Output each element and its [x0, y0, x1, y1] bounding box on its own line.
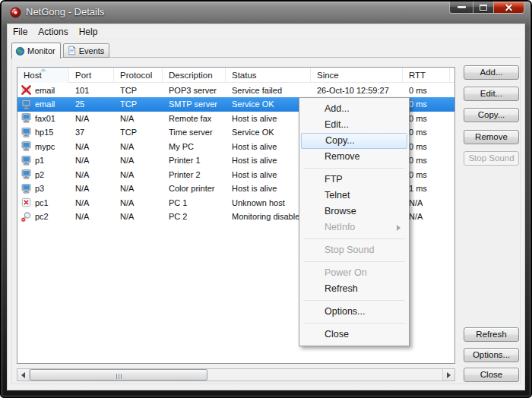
service-failed-icon [21, 84, 32, 96]
submenu-arrow-icon [397, 225, 401, 231]
column-header-host[interactable]: Host [17, 68, 69, 83]
context-item-edit[interactable]: Edit... [301, 117, 407, 133]
context-menu: Add...Edit...Copy...RemoveFTPTelnetBrows… [299, 97, 410, 346]
column-header-protocol[interactable]: Protocol [114, 68, 163, 83]
scroll-left-icon [21, 372, 25, 378]
host-computer-icon [21, 169, 32, 180]
menu-file[interactable]: File [8, 24, 33, 39]
context-item-ftp[interactable]: FTP [301, 172, 407, 188]
scrollbar-track[interactable] [30, 369, 442, 381]
caption-buttons [449, 2, 524, 14]
client-area: FileActionsHelp MonitorEvents HostPortPr… [8, 24, 524, 390]
context-item-add[interactable]: Add... [301, 101, 407, 117]
window-title: NetGong - Details [26, 2, 104, 22]
column-header-status[interactable]: Status [226, 68, 311, 83]
host-computer-icon [21, 141, 32, 152]
context-item-options[interactable]: Options... [301, 304, 407, 320]
tab-monitor[interactable]: Monitor [11, 43, 61, 58]
maximize-button[interactable] [473, 2, 493, 14]
scroll-right-icon [447, 372, 451, 378]
context-item-power-on: Power On [301, 265, 407, 281]
context-item-remove[interactable]: Remove [301, 149, 407, 165]
tab-events[interactable]: Events [63, 43, 110, 58]
remove-button[interactable]: Remove [464, 130, 519, 144]
maximize-icon [480, 5, 487, 11]
window-frame: NetGong - Details FileActionsHelp Monito… [0, 0, 532, 398]
context-item-refresh[interactable]: Refresh [301, 281, 407, 297]
menubar: FileActionsHelp [8, 24, 524, 39]
menu-separator [299, 297, 409, 304]
host-row-email[interactable]: email101TCPPOP3 serverService failed26-O… [17, 84, 454, 98]
menu-separator [299, 165, 409, 172]
edit-button[interactable]: Edit... [464, 87, 519, 101]
host-computer-icon [21, 127, 32, 138]
copy-button[interactable]: Copy... [464, 108, 519, 122]
monitoring-disabled-icon [21, 211, 32, 223]
host-computer-icon [21, 99, 32, 110]
options-button[interactable]: Options... [464, 348, 519, 362]
scroll-left-button[interactable] [17, 369, 30, 381]
menu-help[interactable]: Help [74, 24, 103, 39]
context-item-netinfo: NetInfo [301, 220, 407, 235]
stop-sound-button[interactable]: Stop Sound [464, 151, 519, 166]
column-header-port[interactable]: Port [69, 68, 114, 83]
column-header-description[interactable]: Description [163, 68, 226, 83]
scroll-right-button[interactable] [442, 369, 454, 381]
minimize-button[interactable] [449, 2, 473, 14]
refresh-button[interactable]: Refresh [464, 327, 519, 342]
menu-separator [299, 258, 409, 265]
sort-ascending-icon [40, 68, 46, 71]
menu-actions[interactable]: Actions [33, 24, 73, 39]
host-computer-icon [21, 112, 32, 124]
netgong-window: NetGong - Details FileActionsHelp Monito… [0, 0, 532, 398]
context-item-copy[interactable]: Copy... [301, 133, 407, 149]
titlebar[interactable]: NetGong - Details [2, 2, 530, 23]
unknown-host-icon [21, 197, 32, 208]
menu-separator [299, 320, 409, 327]
menu-separator [299, 235, 409, 242]
context-item-telnet[interactable]: Telnet [301, 188, 407, 204]
tab-page: HostPortProtocolDescriptionStatusSinceRT… [11, 57, 521, 384]
column-header-rtt[interactable]: RTT [403, 68, 450, 83]
column-header-since[interactable]: Since [311, 68, 403, 83]
scrollbar-thumb[interactable] [30, 369, 207, 381]
netgong-logo-icon [10, 7, 21, 18]
list-header: HostPortProtocolDescriptionStatusSinceRT… [17, 68, 454, 83]
tabstrip: MonitorEvents [11, 42, 109, 58]
add-button[interactable]: Add... [464, 65, 519, 80]
context-item-stop-sound: Stop Sound [301, 242, 407, 258]
context-item-close[interactable]: Close [301, 327, 407, 343]
host-computer-icon [21, 155, 32, 166]
host-computer-icon [21, 183, 32, 194]
close-button[interactable] [493, 2, 524, 14]
scrollbar-grip [116, 368, 122, 382]
context-item-browse[interactable]: Browse [301, 204, 407, 220]
globe-icon [15, 46, 25, 56]
document-icon [67, 46, 77, 55]
close-button[interactable]: Close [464, 368, 519, 382]
minimize-icon [458, 6, 466, 8]
horizontal-scrollbar[interactable] [17, 368, 455, 381]
close-icon [505, 3, 513, 11]
